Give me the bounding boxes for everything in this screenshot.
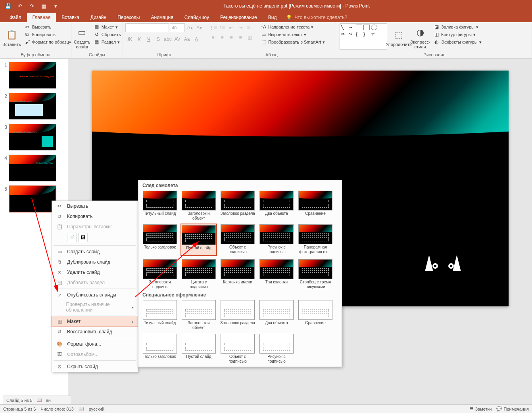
layout-option[interactable]: Пустой слайд — [181, 333, 217, 364]
cm-publish[interactable]: ↗Опубликовать слайды — [52, 290, 138, 300]
strikethrough-button[interactable]: abc — [163, 35, 172, 44]
layout-option[interactable]: Два объекта — [258, 299, 295, 331]
char-spacing-button[interactable]: AV — [173, 35, 182, 44]
align-right-button[interactable]: ≡ — [227, 33, 236, 42]
line-spacing-button[interactable]: ≡↕ — [245, 23, 254, 32]
decrease-indent-button[interactable]: ⇤ — [227, 23, 236, 32]
tab-home[interactable]: Главная — [27, 13, 56, 22]
cm-cut[interactable]: ✂Вырезать — [52, 201, 138, 211]
increase-indent-button[interactable]: ⇥ — [236, 23, 245, 32]
shape-star-icon[interactable]: ☆ — [371, 31, 377, 37]
section-button[interactable]: ▤Раздел ▾ — [92, 38, 123, 46]
tab-review[interactable]: Рецензирование — [215, 13, 263, 22]
cm-hide[interactable]: ⊘Скрыть слайд — [52, 361, 138, 372]
layout-option[interactable]: Заголовок и подпись — [142, 258, 178, 290]
layout-option[interactable]: Объект с подписью — [219, 224, 256, 256]
cut-button[interactable]: ✂Вырезать — [23, 23, 73, 31]
columns-button[interactable]: ▥ — [245, 33, 254, 42]
shape-arrow2-icon[interactable]: ⇨ — [341, 31, 347, 37]
layout-button[interactable]: ▦Макет ▾ — [92, 23, 123, 31]
qat-customize-icon[interactable]: ▾ — [50, 0, 61, 11]
paste-picture-icon[interactable]: 🖼 — [78, 233, 88, 242]
change-case-button[interactable]: Aa — [182, 35, 191, 44]
layout-option[interactable]: Титульный слайд — [142, 299, 178, 331]
quick-styles-button[interactable]: ◑ Экспресс- стили — [410, 23, 430, 52]
shape-outline-button[interactable]: ◫Контур фигуры ▾ — [432, 31, 483, 38]
layout-option[interactable]: Рисунок с подписью — [258, 224, 295, 256]
notes-button[interactable]: ≣ Заметки — [470, 406, 492, 411]
start-from-beginning-icon[interactable]: ▦ — [38, 0, 49, 11]
layout-option[interactable]: Пустой слайд — [181, 224, 217, 256]
cm-duplicate[interactable]: ⧉Дублировать слайд — [52, 257, 138, 267]
increase-font-icon[interactable]: A▴ — [186, 23, 194, 32]
layout-option[interactable]: Панорамная фотография с п... — [297, 224, 334, 256]
layout-option[interactable]: Заголовок раздела — [219, 190, 256, 221]
new-slide-button[interactable]: ▭ Создать слайд — [74, 23, 90, 52]
shape-line-icon[interactable]: ╲ — [341, 25, 347, 30]
paste-keep-formatting-icon[interactable]: 📄 — [67, 233, 77, 242]
thumbnail-3[interactable]: 3 ОСОБЕННОСТИ РАБОТЫ — [2, 124, 66, 151]
undo-icon[interactable]: ↶ — [14, 0, 25, 11]
arrange-button[interactable]: ⬚ Упорядочить — [389, 23, 409, 52]
shadow-button[interactable]: S — [154, 35, 163, 44]
tab-slideshow[interactable]: Слайд-шоу — [179, 13, 215, 22]
thumbnail-2[interactable]: 2 РАБОЧИЙ ПРОЦЕСС — [2, 93, 66, 120]
shape-brace-icon[interactable]: { — [356, 31, 362, 37]
layout-option[interactable]: Рисунок с подписью — [258, 333, 295, 364]
justify-button[interactable]: ≡ — [236, 33, 245, 42]
layout-option[interactable]: Столбец с тремя рисунками — [297, 258, 334, 290]
reset-button[interactable]: ↺Сбросить — [92, 31, 123, 38]
layout-option[interactable]: Титульный слайд — [142, 190, 178, 221]
shape-fill-button[interactable]: ◪Заливка фигуры ▾ — [432, 23, 483, 31]
layout-option[interactable]: Два объекта — [258, 190, 295, 221]
shapes-gallery[interactable]: ╲ → ⇨ ⤳ { } ☆ — [340, 23, 387, 50]
thumbnail-1[interactable]: 1 ТАКОГО ВЫ ЕЩЁ НЕ ВИДЕЛИ — [2, 62, 66, 89]
shape-curve-icon[interactable]: ⤳ — [348, 31, 355, 37]
underline-button[interactable]: Ч — [144, 35, 153, 44]
text-direction-button[interactable]: ↕AНаправление текста ▾ — [259, 23, 326, 31]
shape-rect-icon[interactable] — [356, 25, 362, 30]
comments-button[interactable]: 💬 Примечания — [496, 406, 529, 411]
align-text-button[interactable]: ▭Выровнять текст ▾ — [259, 31, 326, 38]
tell-me-search[interactable]: 💡 Что вы хотите сделать? — [282, 13, 351, 22]
thumbnail-4[interactable]: 4 ПРЕИМУЩЕСТВА — [2, 155, 66, 182]
font-family-select[interactable] — [125, 23, 169, 32]
decrease-font-icon[interactable]: A▾ — [195, 23, 204, 32]
spellcheck-icon[interactable]: 📖 — [79, 406, 84, 411]
layout-option[interactable]: Только заголовок — [142, 224, 178, 256]
align-center-button[interactable]: ≡ — [218, 33, 227, 42]
spellcheck-icon[interactable]: 📖 — [36, 398, 42, 403]
align-left-button[interactable]: ≡ — [209, 33, 217, 42]
layout-option[interactable]: Объект с подписью — [219, 333, 256, 364]
save-icon[interactable]: 💾 — [2, 0, 13, 11]
italic-button[interactable]: К — [135, 35, 144, 44]
layout-option[interactable]: Карточка имени — [219, 258, 256, 290]
cm-layout[interactable]: ▦Макет▸ — [52, 316, 138, 327]
numbering-button[interactable]: 1≡ — [218, 23, 227, 32]
font-color-button[interactable]: A̲ — [192, 35, 201, 44]
layout-option[interactable]: Заголовок и объект — [181, 190, 217, 221]
smartart-button[interactable]: ⬚Преобразовать в SmartArt ▾ — [259, 38, 326, 46]
cm-new-slide[interactable]: ▭Создать слайд — [52, 247, 138, 257]
layout-option[interactable]: Сравнение — [297, 299, 334, 331]
tab-insert[interactable]: Вставка — [56, 13, 85, 22]
tab-design[interactable]: Дизайн — [85, 13, 112, 22]
layout-option[interactable]: Три колонки — [258, 258, 295, 290]
shape-rect2-icon[interactable] — [363, 25, 370, 30]
tab-animations[interactable]: Анимация — [145, 13, 179, 22]
paste-button[interactable]: 📋 Вставить — [2, 23, 21, 52]
layout-option[interactable]: Только заголовок — [142, 333, 178, 364]
tab-transitions[interactable]: Переходы — [112, 13, 145, 22]
language-indicator[interactable]: русский — [89, 407, 104, 411]
font-size-select[interactable] — [170, 23, 185, 32]
layout-option[interactable]: Цитата с подписью — [181, 258, 217, 290]
redo-icon[interactable]: ↷ — [26, 0, 37, 11]
shape-brace2-icon[interactable]: } — [363, 31, 370, 37]
cm-delete[interactable]: ✕Удалить слайд — [52, 267, 138, 277]
layout-option[interactable]: Заголовок и объект — [181, 299, 217, 331]
bold-button[interactable]: Ж — [125, 35, 134, 44]
tab-file[interactable]: Файл — [4, 13, 27, 22]
cm-format-bg[interactable]: 🎨Формат фона... — [52, 339, 138, 349]
word-count[interactable]: Число слов: 813 — [40, 407, 73, 411]
shape-oval-icon[interactable] — [371, 25, 377, 30]
